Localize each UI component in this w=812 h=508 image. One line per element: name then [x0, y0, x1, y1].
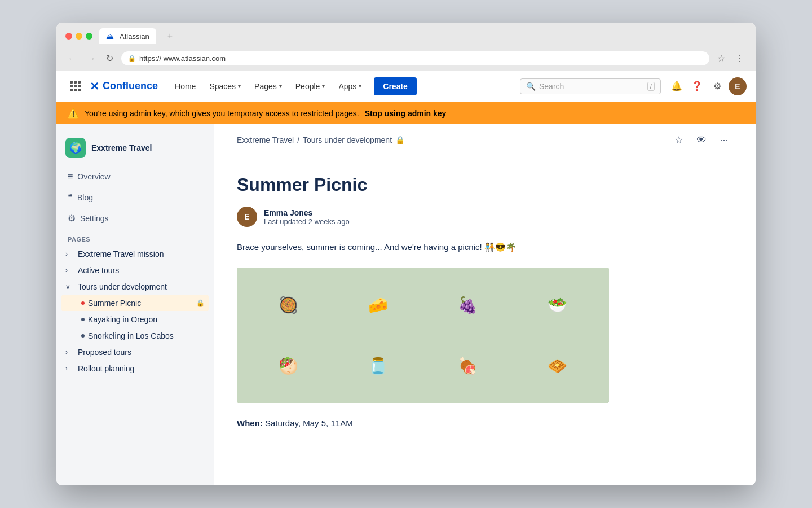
bookmark-button[interactable]: ☆ [715, 51, 727, 66]
stop-admin-key-link[interactable]: Stop using admin key [365, 109, 447, 118]
reload-button[interactable]: ↻ [104, 51, 116, 66]
page-name: Proposed tours [78, 348, 205, 357]
expand-arrow-icon: › [65, 266, 74, 274]
back-button[interactable]: ← [65, 51, 79, 66]
food-item-8: 🧇 [515, 338, 600, 394]
active-bullet [81, 301, 85, 305]
page-lock-breadcrumb: 🔒 [395, 135, 405, 144]
confluence-icon: ✕ [90, 80, 99, 93]
sidebar: 🌍 Exxtreme Travel ≡ Overview ❝ Blog ⚙ [56, 124, 214, 485]
page-actions: ☆ 👁 ··· [670, 131, 733, 149]
sidebar-item-overview[interactable]: ≡ Overview [61, 167, 209, 186]
address-bar: ← → ↻ 🔒 https:// www.atlassian.com ☆ ⋮ [56, 49, 756, 71]
blog-label: Blog [77, 193, 93, 202]
blog-icon: ❝ [68, 192, 73, 203]
sidebar-item-blog[interactable]: ❝ Blog [61, 187, 209, 207]
notifications-button[interactable]: 🔔 [668, 77, 686, 95]
pages-chevron-icon: ▾ [279, 83, 282, 89]
help-button[interactable]: ❓ [688, 77, 706, 95]
settings-icon: ⚙ [68, 213, 76, 224]
overview-icon: ≡ [68, 172, 73, 182]
tab-title: Atlassian [120, 32, 149, 41]
page-hero-image: 🥘 🧀 🍇 🥗 🥙 🫙 🍖 🧇 [237, 268, 609, 403]
breadcrumb-parent[interactable]: Tours under development [303, 135, 392, 144]
browser-chrome: ⛰ Atlassian + ← → ↻ 🔒 https:// www.atlas… [56, 23, 756, 71]
nav-apps[interactable]: Apps ▾ [333, 78, 367, 94]
search-box[interactable]: 🔍 Search / [520, 78, 661, 94]
main-layout: 🌍 Exxtreme Travel ≡ Overview ❝ Blog ⚙ [56, 124, 756, 485]
page-lock-icon: 🔒 [196, 299, 205, 307]
nav-pages[interactable]: Pages ▾ [249, 78, 288, 94]
sidebar-item-summer-picnic[interactable]: Summer Picnic 🔒 [61, 295, 209, 311]
author-avatar: E [237, 207, 257, 227]
url-text: https:// www.atlassian.com [139, 54, 226, 63]
food-item-5: 🥙 [246, 338, 331, 394]
admin-warning-banner: ⚠️ You're using admin key, which gives y… [56, 102, 756, 124]
page-toolbar: Exxtreme Travel / Tours under developmen… [214, 124, 756, 156]
page-tree: › Exxtreme Travel mission › Active tours… [56, 246, 214, 376]
search-placeholder: Search [539, 82, 644, 91]
watch-page-button[interactable]: 👁 [692, 131, 710, 149]
settings-button[interactable]: ⚙ [708, 77, 726, 95]
browser-more-button[interactable]: ⋮ [733, 51, 747, 66]
nav-home[interactable]: Home [169, 78, 201, 94]
browser-tab[interactable]: ⛰ Atlassian [99, 28, 156, 44]
sidebar-item-tours-under-development[interactable]: ∨ Tours under development [61, 279, 209, 295]
warning-text: You're using admin key, which gives you … [85, 109, 359, 118]
new-tab-button[interactable]: + [163, 29, 177, 43]
space-icon: 🌍 [65, 138, 86, 158]
spaces-chevron-icon: ▾ [238, 83, 241, 89]
create-button[interactable]: Create [374, 77, 417, 95]
user-avatar[interactable]: E [729, 77, 747, 95]
sidebar-navigation: ≡ Overview ❝ Blog ⚙ Settings [56, 167, 214, 228]
nav-people[interactable]: People ▾ [290, 78, 331, 94]
page-name: Tours under development [78, 282, 205, 291]
address-input[interactable]: 🔒 https:// www.atlassian.com [121, 51, 709, 65]
sidebar-item-exxtreme-travel-mission[interactable]: › Exxtreme Travel mission [61, 246, 209, 262]
page-name: Kayaking in Oregon [88, 315, 205, 324]
author-info: Emma Jones Last updated 2 weeks ago [264, 208, 350, 226]
page-body: Summer Picnic E Emma Jones Last updated … [214, 156, 699, 448]
expand-arrow-icon: › [65, 348, 74, 356]
top-navigation: ✕ Confluence Home Spaces ▾ Pages ▾ Peopl… [56, 71, 756, 102]
star-page-button[interactable]: ☆ [670, 131, 688, 149]
expand-arrow-icon: › [65, 250, 74, 258]
minimize-button[interactable] [76, 33, 82, 40]
food-item-7: 🍖 [425, 338, 510, 394]
settings-label: Settings [80, 214, 109, 223]
apps-grid-button[interactable] [65, 76, 85, 96]
nav-spaces[interactable]: Spaces ▾ [204, 78, 246, 94]
sidebar-item-rollout-planning[interactable]: › Rollout planning [61, 361, 209, 376]
close-button[interactable] [65, 33, 72, 40]
food-item-4: 🥗 [515, 277, 600, 333]
sidebar-item-proposed-tours[interactable]: › Proposed tours [61, 344, 209, 360]
page-name: Snorkeling in Los Cabos [88, 331, 205, 340]
overview-label: Overview [77, 172, 110, 181]
expand-arrow-icon: ∨ [65, 283, 74, 291]
breadcrumb: Exxtreme Travel / Tours under developmen… [237, 135, 405, 144]
food-item-6: 🫙 [336, 338, 421, 394]
page-when: When: Saturday, May 5, 11AM [237, 417, 677, 430]
food-item-3: 🍇 [425, 277, 510, 333]
ssl-lock-icon: 🔒 [128, 55, 136, 62]
sidebar-item-active-tours[interactable]: › Active tours [61, 262, 209, 278]
traffic-lights [65, 33, 92, 40]
forward-button[interactable]: → [85, 51, 98, 66]
sidebar-item-kayaking-in-oregon[interactable]: Kayaking in Oregon [61, 312, 209, 327]
page-name: Exxtreme Travel mission [78, 249, 205, 259]
atlassian-tab-icon: ⛰ [106, 32, 115, 41]
warning-icon: ⚠️ [68, 108, 79, 119]
maximize-button[interactable] [86, 33, 92, 40]
page-content: Exxtreme Travel / Tours under developmen… [214, 124, 756, 485]
breadcrumb-space[interactable]: Exxtreme Travel [237, 135, 294, 144]
sidebar-item-settings[interactable]: ⚙ Settings [61, 208, 209, 228]
author-timestamp: Last updated 2 weeks ago [264, 217, 350, 226]
page-more-button[interactable]: ··· [715, 131, 733, 149]
page-title: Summer Picnic [237, 174, 677, 195]
grid-icon [70, 81, 81, 91]
sidebar-item-snorkeling-in-los-cabos[interactable]: Snorkeling in Los Cabos [61, 328, 209, 344]
space-name: Exxtreme Travel [91, 143, 152, 152]
confluence-logo[interactable]: ✕ Confluence [90, 80, 158, 93]
food-item-1: 🥘 [246, 277, 331, 333]
pages-section-label: PAGES [56, 229, 214, 246]
